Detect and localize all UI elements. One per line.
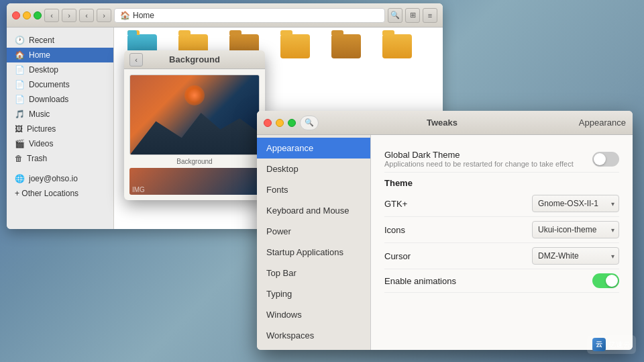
mountain-silhouette bbox=[130, 99, 259, 154]
clock-icon: 🕐 bbox=[15, 36, 25, 45]
sidebar-item-music[interactable]: 🎵 Music bbox=[7, 107, 113, 122]
file-manager-toolbar: ‹ › ‹ › 🏠 Home 🔍 ⊞ ≡ bbox=[7, 3, 443, 28]
sidebar-label-network: joey@ohso.io bbox=[29, 174, 78, 183]
sidebar-item-network[interactable]: 🌐 joey@ohso.io bbox=[7, 171, 113, 186]
sidebar-item-documents[interactable]: 📄 Documents bbox=[7, 77, 113, 92]
global-dark-theme-label: Global Dark Theme bbox=[384, 150, 574, 160]
animations-row: Enable animations bbox=[384, 269, 619, 293]
icons-value: Ukui-icon-theme bbox=[538, 225, 596, 234]
watermark-logo: 云 bbox=[592, 338, 606, 351]
nav-item-appearance[interactable]: Appearance bbox=[257, 138, 370, 159]
gtk-value: Gnome-OSX-II-1 bbox=[538, 199, 598, 208]
sidebar-item-other-locations[interactable]: + Other Locations bbox=[7, 186, 113, 201]
theme-section-heading: Theme bbox=[384, 178, 619, 188]
desktop-icon: 📄 bbox=[15, 65, 25, 75]
watermark-text: 亿速云 bbox=[608, 340, 631, 350]
folder-item[interactable] bbox=[274, 34, 317, 67]
folder-icon bbox=[382, 34, 412, 58]
sidebar-item-videos[interactable]: 🎬 Videos bbox=[7, 136, 113, 151]
gtk-label: GTK+ bbox=[384, 199, 407, 209]
background-thumb: IMG bbox=[129, 168, 260, 195]
menu-button[interactable]: ≡ bbox=[423, 8, 437, 23]
icons-dropdown[interactable]: Ukui-icon-theme ▾ bbox=[532, 221, 619, 238]
nav-item-fonts[interactable]: Fonts bbox=[257, 179, 370, 200]
cursor-label: Cursor bbox=[384, 251, 411, 261]
tweaks-title: Tweaks bbox=[427, 118, 458, 128]
tweaks-window: 🔍 Tweaks Appearance Appearance Desktop F… bbox=[257, 111, 633, 350]
pictures-icon: 🖼 bbox=[15, 124, 23, 134]
sidebar-label-trash: Trash bbox=[27, 154, 47, 163]
nav-item-topbar[interactable]: Top Bar bbox=[257, 263, 370, 283]
sidebar-label-home: Home bbox=[29, 50, 50, 60]
trash-icon: 🗑 bbox=[15, 154, 23, 163]
background-window: ‹ Background Background IMG bbox=[124, 50, 265, 200]
global-dark-theme-sublabel: Applications need to be restarted for ch… bbox=[384, 160, 574, 168]
back-button[interactable]: ‹ bbox=[44, 9, 59, 22]
folder-item[interactable] bbox=[325, 34, 368, 67]
nav-item-power[interactable]: Power bbox=[257, 221, 370, 242]
tweaks-search-button[interactable]: 🔍 bbox=[300, 116, 319, 130]
music-icon: 🎵 bbox=[15, 109, 25, 119]
icons-label: Icons bbox=[384, 225, 405, 235]
cursor-dropdown[interactable]: DMZ-White ▾ bbox=[532, 247, 619, 265]
nav-item-desktop[interactable]: Desktop bbox=[257, 159, 370, 179]
nav-item-typing[interactable]: Typing bbox=[257, 283, 370, 304]
tweaks-maximize-button[interactable] bbox=[288, 119, 296, 127]
global-dark-theme-row: Global Dark Theme Applications need to b… bbox=[384, 146, 619, 173]
sidebar-item-recent[interactable]: 🕐 Recent bbox=[7, 33, 113, 48]
next-view-button[interactable]: › bbox=[97, 9, 111, 22]
tweaks-close-button[interactable] bbox=[264, 119, 272, 127]
toggle-knob bbox=[606, 275, 618, 287]
gtk-row: GTK+ Gnome-OSX-II-1 ▾ bbox=[384, 191, 619, 217]
search-button[interactable]: 🔍 bbox=[388, 8, 402, 23]
home-icon: 🏠 bbox=[120, 11, 130, 20]
global-dark-theme-toggle[interactable] bbox=[592, 152, 619, 167]
tweaks-content-panel: Global Dark Theme Applications need to b… bbox=[371, 135, 633, 350]
network-icon: 🌐 bbox=[15, 174, 25, 183]
downloads-icon: 📄 bbox=[15, 95, 25, 104]
minimize-button[interactable] bbox=[23, 11, 31, 19]
chevron-down-icon: ▾ bbox=[611, 226, 614, 234]
documents-icon: 📄 bbox=[15, 80, 25, 89]
cursor-row: Cursor DMZ-White ▾ bbox=[384, 243, 619, 269]
location-text: Home bbox=[133, 11, 154, 20]
background-title: Background bbox=[169, 54, 220, 64]
gtk-dropdown[interactable]: Gnome-OSX-II-1 ▾ bbox=[532, 195, 619, 212]
close-button[interactable] bbox=[12, 11, 20, 19]
animations-label: Enable animations bbox=[384, 276, 456, 286]
folder-item[interactable] bbox=[376, 34, 419, 67]
nav-item-workspaces[interactable]: Workspaces bbox=[257, 325, 370, 346]
sun-element bbox=[184, 85, 205, 105]
image-label: IMG bbox=[132, 186, 145, 193]
back-button[interactable]: ‹ bbox=[129, 53, 143, 66]
tweaks-appearance-tab[interactable]: Appearance bbox=[579, 118, 626, 128]
sidebar-item-downloads[interactable]: 📄 Downloads bbox=[7, 92, 113, 107]
apps-button[interactable]: ⊞ bbox=[405, 8, 420, 23]
nav-item-windows[interactable]: Windows bbox=[257, 304, 370, 325]
background-titlebar: ‹ Background bbox=[124, 50, 265, 69]
icons-row: Icons Ukui-icon-theme ▾ bbox=[384, 217, 619, 243]
background-preview-label: Background bbox=[129, 158, 260, 165]
prev-view-button[interactable]: ‹ bbox=[79, 9, 94, 22]
watermark: 云 亿速云 bbox=[587, 335, 636, 354]
sidebar-item-home[interactable]: 🏠 Home bbox=[7, 48, 113, 62]
animations-toggle[interactable] bbox=[592, 273, 619, 288]
sidebar-label-recent: Recent bbox=[29, 36, 54, 45]
tweaks-titlebar: 🔍 Tweaks Appearance bbox=[257, 111, 633, 135]
file-manager-sidebar: 🕐 Recent 🏠 Home 📄 Desktop 📄 Documents 📄 … bbox=[7, 28, 114, 229]
maximize-button[interactable] bbox=[34, 11, 42, 19]
forward-button[interactable]: › bbox=[62, 9, 76, 22]
background-content: Background IMG bbox=[124, 69, 265, 200]
sidebar-item-trash[interactable]: 🗑 Trash bbox=[7, 151, 113, 166]
sidebar-item-desktop[interactable]: 📄 Desktop bbox=[7, 62, 113, 77]
folder-icon bbox=[331, 34, 361, 58]
tweaks-minimize-button[interactable] bbox=[276, 119, 284, 127]
nav-item-startup[interactable]: Startup Applications bbox=[257, 242, 370, 263]
sidebar-label-downloads: Downloads bbox=[29, 95, 68, 104]
toggle-knob bbox=[594, 153, 606, 165]
sidebar-label-pictures: Pictures bbox=[27, 124, 56, 134]
location-bar[interactable]: 🏠 Home bbox=[114, 8, 385, 23]
nav-item-keyboard-mouse[interactable]: Keyboard and Mouse bbox=[257, 200, 370, 221]
sidebar-item-pictures[interactable]: 🖼 Pictures bbox=[7, 122, 113, 136]
tweaks-sidebar: Appearance Desktop Fonts Keyboard and Mo… bbox=[257, 135, 371, 350]
